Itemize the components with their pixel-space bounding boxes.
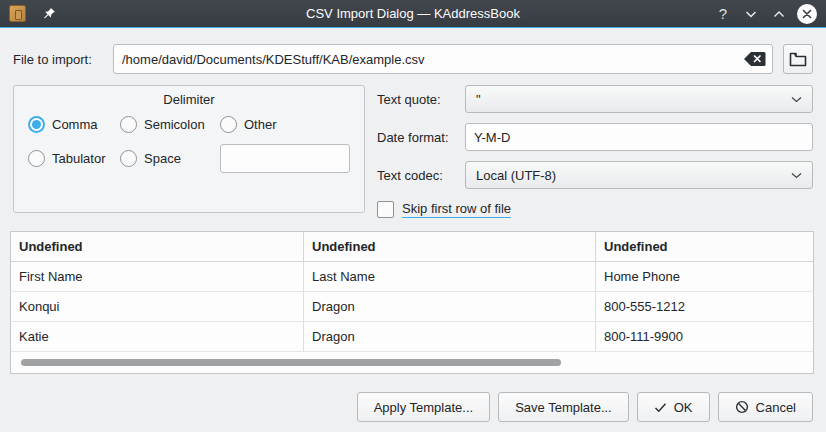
chevron-down-icon xyxy=(745,10,757,18)
save-template-button[interactable]: Save Template... xyxy=(498,392,629,422)
table-cell: 800-111-9900 xyxy=(596,322,813,352)
table-cell: Konqui xyxy=(11,292,304,322)
radio-comma-label: Comma xyxy=(52,117,98,132)
titlebar: CSV Import Dialog — KAddressBook ? xyxy=(0,0,826,28)
window-title: CSV Import Dialog — KAddressBook xyxy=(0,6,826,21)
chevron-up-icon xyxy=(773,10,785,18)
radio-comma-indicator xyxy=(28,116,45,133)
radio-other[interactable]: Other xyxy=(220,116,350,133)
radio-tabulator[interactable]: Tabulator xyxy=(28,150,120,167)
pin-button[interactable] xyxy=(36,1,62,27)
delimiter-groupbox: Delimiter Comma Semicolon Other Tabulato… xyxy=(13,85,365,213)
cancel-label: Cancel xyxy=(756,400,796,415)
date-format-input[interactable]: Y-M-D xyxy=(465,123,813,151)
date-format-label: Date format: xyxy=(377,130,465,145)
radio-semicolon[interactable]: Semicolon xyxy=(120,116,220,133)
table-cell: Katie xyxy=(11,322,304,352)
text-codec-value: Local (UTF-8) xyxy=(476,168,791,183)
kaddressbook-app-icon xyxy=(9,5,26,22)
maximize-button[interactable] xyxy=(766,1,792,27)
table-cell: 800-555-1212 xyxy=(596,292,813,322)
column-header-3[interactable]: Undefined xyxy=(596,232,813,262)
help-button[interactable]: ? xyxy=(710,1,736,27)
radio-comma[interactable]: Comma xyxy=(28,116,120,133)
table-row: Konqui Dragon 800-555-1212 xyxy=(11,292,813,322)
close-icon xyxy=(802,9,812,19)
date-format-value: Y-M-D xyxy=(474,130,510,145)
skip-first-row-label: Skip first row of file xyxy=(402,201,511,218)
horizontal-scrollbar[interactable] xyxy=(21,359,561,366)
radio-space[interactable]: Space xyxy=(120,150,220,167)
table-row: First Name Last Name Home Phone xyxy=(11,262,813,292)
apply-template-button[interactable]: Apply Template... xyxy=(357,392,490,422)
apply-template-label: Apply Template... xyxy=(374,400,473,415)
radio-semicolon-label: Semicolon xyxy=(144,117,205,132)
browse-file-button[interactable] xyxy=(783,44,813,74)
text-quote-combobox[interactable]: " xyxy=(465,85,813,113)
column-header-1[interactable]: Undefined xyxy=(11,232,304,262)
close-button[interactable] xyxy=(794,1,820,27)
backspace-clear-icon xyxy=(743,51,766,67)
skip-first-row-checkbox[interactable] xyxy=(377,201,394,218)
skip-first-row-checkbox-row[interactable]: Skip first row of file xyxy=(377,201,813,218)
table-cell: Dragon xyxy=(304,322,596,352)
radio-other-label: Other xyxy=(244,117,277,132)
radio-semicolon-indicator xyxy=(120,116,137,133)
radio-other-indicator xyxy=(220,116,237,133)
radio-tabulator-indicator xyxy=(28,150,45,167)
table-header-row: Undefined Undefined Undefined xyxy=(11,232,813,262)
radio-space-label: Space xyxy=(144,151,181,166)
pin-icon xyxy=(42,7,56,21)
ok-label: OK xyxy=(674,400,693,415)
radio-tabulator-label: Tabulator xyxy=(52,151,105,166)
csv-preview-table: Undefined Undefined Undefined First Name… xyxy=(10,231,814,374)
file-path-value: /home/david/Documents/KDEStuff/KAB/examp… xyxy=(122,52,737,67)
clear-text-button[interactable] xyxy=(743,51,766,67)
table-cell: Last Name xyxy=(304,262,596,292)
minimize-button[interactable] xyxy=(738,1,764,27)
table-cell: Home Phone xyxy=(596,262,813,292)
text-quote-value: " xyxy=(476,92,791,107)
ok-button[interactable]: OK xyxy=(637,392,710,422)
text-codec-combobox[interactable]: Local (UTF-8) xyxy=(465,161,813,189)
table-row: Katie Dragon 800-111-9900 xyxy=(11,322,813,352)
text-codec-label: Text codec: xyxy=(377,168,465,183)
chevron-down-icon xyxy=(791,96,802,103)
delimiter-title: Delimiter xyxy=(28,92,350,107)
cancel-button[interactable]: Cancel xyxy=(718,392,813,422)
save-template-label: Save Template... xyxy=(515,400,612,415)
other-delimiter-input[interactable] xyxy=(220,144,350,173)
folder-icon xyxy=(789,52,807,67)
cancel-slash-circle-icon xyxy=(735,400,749,414)
radio-space-indicator xyxy=(120,150,137,167)
table-cell: Dragon xyxy=(304,292,596,322)
file-to-import-label: File to import: xyxy=(13,52,113,67)
table-cell: First Name xyxy=(11,262,304,292)
file-path-input[interactable]: /home/david/Documents/KDEStuff/KAB/examp… xyxy=(113,44,773,74)
check-icon xyxy=(654,402,667,413)
chevron-down-icon xyxy=(791,172,802,179)
text-quote-label: Text quote: xyxy=(377,92,465,107)
column-header-2[interactable]: Undefined xyxy=(304,232,596,262)
